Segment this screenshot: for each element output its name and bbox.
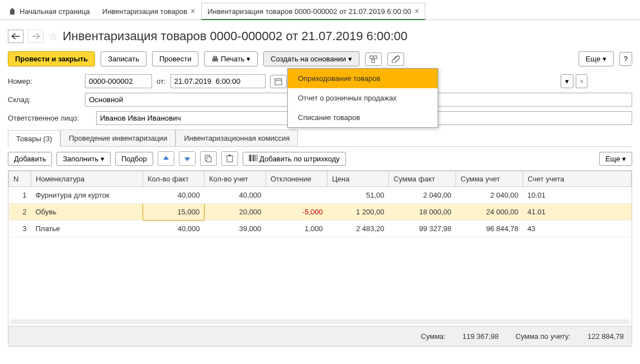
home-icon	[8, 8, 16, 15]
copy-button[interactable]	[200, 151, 217, 166]
svg-rect-8	[229, 155, 231, 156]
grid-toolbar: Добавить Заполнить ▾ Подбор Добавить по …	[8, 147, 632, 170]
col-price[interactable]: Цена	[328, 171, 389, 187]
pick-button[interactable]: Подбор	[115, 152, 153, 166]
sum-value: 119 367,98	[462, 332, 499, 341]
cell[interactable]: 2 040,00	[456, 187, 523, 204]
help-button[interactable]: ?	[619, 52, 632, 66]
fill-button[interactable]: Заполнить ▾	[56, 152, 110, 166]
barcode-button[interactable]: Добавить по штрихкоду	[243, 152, 346, 166]
horizontal-scrollbar[interactable]	[11, 319, 629, 324]
nav-forward-button[interactable]	[28, 30, 44, 43]
move-up-button[interactable]	[158, 151, 174, 166]
close-icon[interactable]: ×	[415, 7, 419, 16]
more-label: Еще	[586, 55, 600, 63]
create-based-button[interactable]: Создать на основании ▾	[263, 51, 359, 66]
main-toolbar: Провести и закрыть Записать Провести 🖶 П…	[8, 51, 632, 66]
cell[interactable]: 41.01	[523, 204, 632, 221]
cell[interactable]: 40,000	[143, 187, 205, 204]
cell[interactable]: 43	[523, 221, 632, 237]
dropdown-item-retail-report[interactable]: Отчет о розничных продажах	[288, 88, 438, 108]
paperclip-icon	[392, 55, 400, 63]
table-row[interactable]: 2Обувь15,00020,000-5,0001 200,0018 000,0…	[9, 204, 632, 221]
cell[interactable]: 1	[9, 187, 31, 204]
move-down-button[interactable]	[179, 151, 196, 166]
arrow-up-icon	[163, 155, 169, 162]
sum-acct-label: Сумма по учету:	[515, 332, 571, 341]
col-n[interactable]: N	[9, 171, 31, 187]
close-icon[interactable]: ×	[191, 7, 195, 16]
create-based-dropdown: Оприходование товаров Отчет о розничных …	[287, 68, 438, 128]
cell[interactable]: 1 200,00	[328, 204, 389, 221]
calendar-button[interactable]	[270, 75, 287, 88]
table-row[interactable]: 1Фурнитура для курток40,00040,00051,002 …	[9, 187, 632, 204]
col-sumacct[interactable]: Сумма учет	[456, 171, 523, 187]
totals-bar: Сумма: 119 367,98 Сумма по учету: 122 88…	[8, 327, 632, 347]
cell[interactable]: 40,000	[143, 221, 205, 237]
app-tabs: Начальная страница Инвентаризация товаро…	[0, 0, 640, 20]
print-button[interactable]: 🖶 Печать ▾	[204, 51, 258, 66]
col-account[interactable]: Счет учета	[523, 171, 632, 187]
more-button[interactable]: Еще ▾	[579, 51, 614, 66]
cell[interactable]	[266, 187, 328, 204]
header-row: N Номенклатура Кол-во факт Кол-во учет О…	[9, 171, 632, 187]
tab-commission[interactable]: Инвентаризационная комиссия	[176, 130, 298, 146]
post-close-button[interactable]: Провести и закрыть	[8, 51, 95, 66]
person-label: Ответственное лицо:	[8, 114, 92, 122]
table-row[interactable]: 3Платье40,00039,0001,0002 483,2099 327,9…	[9, 221, 632, 237]
col-acct[interactable]: Кол-во учет	[205, 171, 266, 187]
post-button[interactable]: Провести	[152, 51, 199, 66]
attach-button[interactable]	[387, 52, 404, 66]
dropdown-item-receipt[interactable]: Оприходование товаров	[288, 69, 438, 88]
paste-button[interactable]	[221, 151, 238, 166]
doc-tabs: Товары (3) Проведение инвентаризации Инв…	[8, 130, 632, 147]
tab-inventory-doc[interactable]: Инвентаризация товаров 0000-000002 от 21…	[201, 3, 425, 20]
cell[interactable]: 20,000	[205, 204, 266, 221]
svg-rect-1	[374, 56, 377, 59]
dropdown-toggle[interactable]: ▾	[561, 74, 573, 88]
cell[interactable]: 96 844,78	[456, 221, 523, 237]
cell[interactable]: Фурнитура для курток	[31, 187, 143, 204]
tab-inventory-list[interactable]: Инвентаризация товаров ×	[96, 2, 201, 20]
cell[interactable]: 2	[9, 204, 31, 221]
save-button[interactable]: Записать	[101, 51, 146, 66]
arrow-down-icon	[184, 155, 191, 162]
cell[interactable]: Обувь	[31, 204, 143, 221]
cell[interactable]: 99 327,98	[389, 221, 456, 237]
cell[interactable]: 2 040,00	[389, 187, 456, 204]
cell[interactable]: 51,00	[328, 187, 389, 204]
cell[interactable]: 1,000	[266, 221, 328, 237]
cell[interactable]: 40,000	[205, 187, 266, 204]
structure-icon	[369, 55, 377, 63]
structure-button[interactable]	[365, 52, 382, 66]
cell[interactable]: 39,000	[205, 221, 266, 237]
tab-goods[interactable]: Товары (3)	[8, 130, 60, 147]
cell[interactable]: 15,000	[143, 204, 205, 221]
cell[interactable]: 24 000,00	[456, 204, 523, 221]
barcode-icon	[249, 155, 258, 161]
cell[interactable]: 18 000,00	[389, 204, 456, 221]
cell[interactable]: Платье	[31, 221, 143, 237]
col-fact[interactable]: Кол-во факт	[143, 171, 205, 187]
tab-home[interactable]: Начальная страница	[2, 2, 96, 20]
col-sumfact[interactable]: Сумма факт	[389, 171, 456, 187]
tab-label: Инвентаризация товаров	[102, 7, 187, 16]
cell[interactable]: 2 483,20	[328, 221, 389, 237]
nav-back-button[interactable]	[8, 30, 23, 43]
cell[interactable]: 3	[9, 221, 31, 237]
col-dev[interactable]: Отклонение	[266, 171, 328, 187]
svg-rect-6	[207, 157, 211, 162]
grid-more-button[interactable]: Еще ▾	[599, 152, 632, 166]
warehouse-label: Склад:	[8, 95, 80, 104]
favorite-icon[interactable]: ☆	[48, 30, 58, 43]
number-field[interactable]	[85, 74, 152, 88]
dropdown-item-writeoff[interactable]: Списание товаров	[288, 108, 438, 127]
col-name[interactable]: Номенклатура	[31, 171, 143, 187]
add-button[interactable]: Добавить	[8, 152, 52, 166]
open-button[interactable]: ▫	[576, 74, 587, 88]
cell[interactable]: 10.01	[523, 187, 632, 204]
date-field[interactable]	[170, 74, 266, 88]
tab-procedure[interactable]: Проведение инвентаризации	[60, 130, 176, 146]
cell[interactable]: -5,000	[266, 204, 328, 221]
more-label: Еще	[605, 155, 620, 163]
